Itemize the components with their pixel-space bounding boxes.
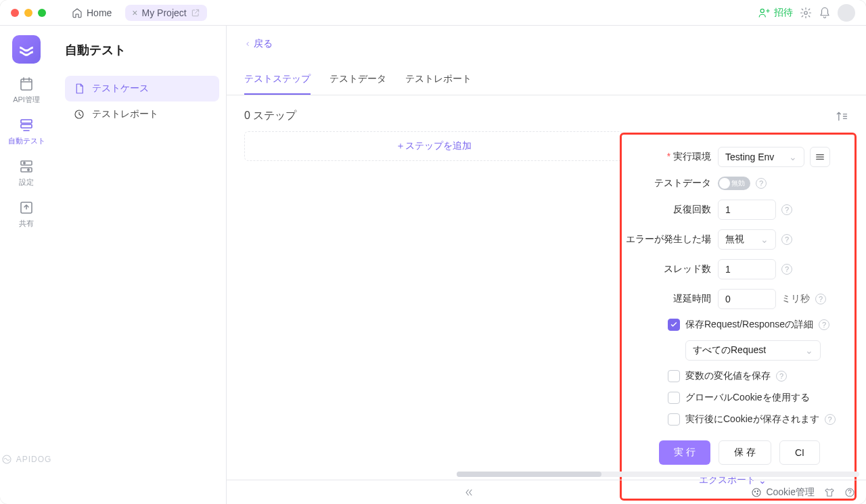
sidebar: 自動テスト テストケース テストレポート (53, 26, 226, 504)
delay-label: 遅延時間 (622, 293, 711, 305)
rail-label: API管理 (13, 95, 40, 105)
help-icon[interactable]: ? (781, 204, 792, 215)
sidebar-item-test-reports[interactable]: テストレポート (65, 101, 219, 127)
cookie-manage-button[interactable]: Cookie管理 (751, 486, 815, 499)
help-icon[interactable]: ? (781, 264, 792, 275)
help-icon[interactable]: ? (819, 319, 829, 330)
on-error-select[interactable]: 無視 ⌄ (718, 229, 776, 250)
tab-test-report[interactable]: テストレポート (405, 73, 472, 95)
rail-api-management[interactable]: API管理 (13, 76, 40, 105)
svg-point-0 (760, 9, 764, 12)
invite-button[interactable]: 招待 (758, 7, 793, 19)
rail-label: 設定 (19, 177, 34, 187)
environment-manage-button[interactable] (810, 147, 830, 167)
notifications-button[interactable] (819, 7, 831, 19)
svg-rect-5 (21, 161, 32, 165)
tab-project[interactable]: × My Project (125, 5, 206, 21)
chevron-left-icon (244, 41, 251, 47)
titlebar: Home × My Project 招待 (0, 0, 866, 26)
minimize-window-icon[interactable] (24, 9, 32, 17)
environment-select[interactable]: Testing Env ⌄ (718, 147, 804, 167)
settings-button[interactable] (800, 7, 812, 19)
delay-unit: ミリ秒 (781, 293, 810, 305)
svg-rect-3 (21, 120, 32, 123)
help-icon[interactable]: ? (815, 294, 826, 304)
status-bar: Cookie管理 (227, 480, 866, 504)
help-icon[interactable]: ? (776, 371, 787, 382)
chevron-down-icon: ⌄ (805, 345, 813, 356)
rail-share[interactable]: 共有 (18, 200, 35, 229)
run-config-panel: 実行環境 Testing Env ⌄ テストデータ 無効 (620, 133, 857, 501)
tab-home-label: Home (87, 7, 112, 18)
step-header: 0 ステップ (244, 109, 848, 123)
svg-rect-6 (21, 168, 32, 172)
request-scope-select[interactable]: すべてのRequest ⌄ (685, 340, 821, 361)
save-reqres-checkbox[interactable] (668, 319, 680, 331)
chevron-down-icon: ⌄ (760, 234, 769, 245)
config-row-delay: 遅延時間 0 ミリ秒 ? (622, 289, 844, 309)
bell-icon (819, 7, 831, 19)
app-logo (12, 35, 41, 64)
run-button[interactable]: 実 行 (659, 440, 710, 465)
use-global-cookie-checkbox[interactable] (668, 392, 680, 404)
svg-point-15 (758, 490, 758, 491)
add-step-button[interactable]: ＋ステップを追加 (244, 131, 623, 161)
help-icon[interactable]: ? (781, 234, 792, 245)
rail-settings[interactable]: 設定 (18, 158, 35, 187)
tab-home[interactable]: Home (65, 5, 118, 21)
close-icon[interactable]: × (132, 7, 137, 18)
collapse-icon[interactable] (463, 487, 474, 498)
content: 戻る テストステップ テストデータ テストレポート 0 ステップ ＋ステップを追… (226, 26, 866, 504)
content-tabs: テストステップ テストデータ テストレポート (227, 50, 866, 95)
config-row-environment: 実行環境 Testing Env ⌄ (622, 147, 844, 167)
close-window-icon[interactable] (11, 9, 19, 17)
config-row-save-vars: 変数の変化値を保存 ? (622, 370, 844, 382)
toggle-label: 無効 (731, 179, 745, 188)
save-cookie-checkbox[interactable] (668, 413, 680, 426)
back-button[interactable]: 戻る (227, 26, 866, 50)
gear-icon (800, 7, 812, 19)
horizontal-scrollbar[interactable] (457, 472, 859, 477)
config-row-repeat: 反復回数 1 ? (622, 200, 844, 220)
step-actions (835, 110, 848, 123)
help-icon[interactable]: ? (825, 414, 836, 425)
all-requests-value: すべてのRequest (693, 344, 766, 357)
brand-text: APIDOG (16, 455, 52, 464)
save-vars-label: 変数の変化値を保存 (685, 370, 771, 382)
brand-icon (1, 454, 12, 465)
sidebar-item-label: テストレポート (92, 108, 158, 120)
rail-auto-test[interactable]: 自動テスト (8, 117, 45, 146)
shell: API管理 自動テスト 設定 共有 APIDOG 自動テスト テストケース テス… (0, 26, 866, 504)
repeat-input[interactable]: 1 (718, 200, 776, 220)
env-value: Testing Env (725, 152, 774, 162)
threads-label: スレッド数 (622, 263, 711, 275)
save-vars-checkbox[interactable] (668, 370, 680, 382)
ci-button[interactable]: CI (779, 440, 820, 465)
maximize-window-icon[interactable] (38, 9, 46, 17)
nav-rail: API管理 自動テスト 設定 共有 APIDOG (0, 26, 53, 504)
scrollbar-thumb[interactable] (457, 472, 601, 477)
sort-icon[interactable] (835, 110, 848, 123)
test-data-toggle[interactable]: 無効 (718, 177, 750, 190)
external-link-icon (191, 8, 200, 18)
config-row-save-reqres: 保存Request/Responseの詳細 ? (622, 319, 844, 331)
chevron-down-icon: ⌄ (789, 152, 797, 162)
svg-point-12 (752, 488, 760, 497)
sidebar-item-test-cases[interactable]: テストケース (65, 76, 219, 101)
help-icon[interactable]: ? (756, 178, 767, 189)
help-circle-icon[interactable] (844, 487, 855, 498)
avatar[interactable] (838, 4, 855, 22)
delay-input[interactable]: 0 (718, 289, 776, 309)
file-icon (73, 83, 85, 95)
config-row-save-cookie: 実行後にCookieが保存されます ? (622, 413, 844, 426)
tab-test-data[interactable]: テストデータ (329, 73, 386, 95)
tab-project-label: My Project (142, 7, 187, 18)
shirt-icon[interactable] (824, 487, 835, 498)
onerror-value: 無視 (725, 233, 744, 246)
save-reqres-label: 保存Request/Responseの詳細 (685, 319, 813, 331)
test-icon (18, 117, 35, 133)
threads-input[interactable]: 1 (718, 259, 776, 279)
rail-label: 共有 (19, 219, 34, 229)
save-button[interactable]: 保 存 (719, 440, 771, 465)
tab-test-steps[interactable]: テストステップ (244, 73, 311, 95)
